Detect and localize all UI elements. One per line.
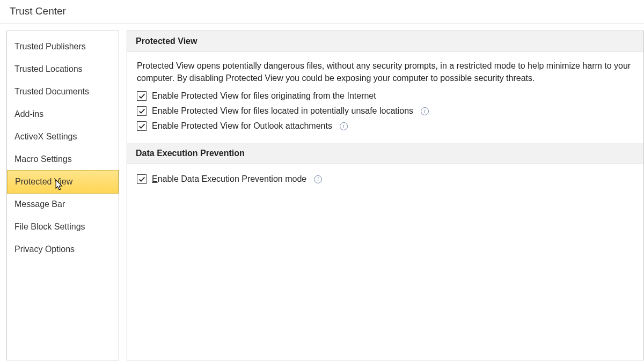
option-dep-enable: Enable Data Execution Prevention mode i [137, 172, 634, 187]
sidebar-item-trusted-publishers[interactable]: Trusted Publishers [7, 35, 119, 58]
option-label-rest: nable Data Execution Prevention mode [158, 174, 307, 183]
option-label: Enable Protected View for Outlook attach… [152, 121, 332, 131]
sidebar-item-macro-settings[interactable]: Macro Settings [7, 148, 119, 171]
checkbox-pv-internet[interactable] [137, 91, 147, 101]
info-icon[interactable]: i [314, 175, 322, 183]
sidebar-item-trusted-locations[interactable]: Trusted Locations [7, 58, 119, 80]
option-label: Enable Protected View for files originat… [152, 91, 376, 101]
sidebar-item-add-ins[interactable]: Add-ins [7, 103, 119, 125]
sidebar-item-protected-view[interactable]: Protected View [7, 170, 119, 194]
checkbox-pv-outlook[interactable] [137, 121, 147, 131]
window-title: Trust Center [0, 0, 644, 24]
option-label: Enable Protected View for files located … [152, 106, 413, 116]
section-body-protected-view: Protected View opens potentially dangero… [127, 52, 643, 143]
sidebar-item-privacy-options[interactable]: Privacy Options [7, 238, 119, 261]
info-icon[interactable]: i [340, 122, 348, 130]
protected-view-description: Protected View opens potentially dangero… [137, 60, 634, 84]
main-panel: Protected View Protected View opens pote… [127, 31, 644, 360]
accelerator: E [152, 174, 158, 183]
option-label: Enable Data Execution Prevention mode [152, 174, 306, 184]
sidebar-item-activex-settings[interactable]: ActiveX Settings [7, 125, 119, 148]
section-header-protected-view: Protected View [127, 31, 643, 52]
checkbox-pv-unsafe-locations[interactable] [137, 106, 147, 116]
sidebar-item-message-bar[interactable]: Message Bar [7, 193, 119, 216]
checkbox-dep-enable[interactable] [137, 174, 147, 184]
option-pv-outlook: Enable Protected View for Outlook attach… [137, 119, 634, 134]
check-icon [138, 176, 145, 183]
option-pv-internet: Enable Protected View for files originat… [137, 88, 634, 104]
section-body-dep: Enable Data Execution Prevention mode i [127, 164, 643, 196]
check-icon [138, 93, 145, 100]
check-icon [138, 123, 145, 130]
sidebar-item-label: Protected View [15, 177, 72, 186]
sidebar-item-trusted-documents[interactable]: Trusted Documents [7, 80, 119, 103]
check-icon [138, 108, 145, 115]
info-icon[interactable]: i [421, 107, 429, 115]
sidebar: Trusted Publishers Trusted Locations Tru… [6, 31, 119, 360]
section-header-dep: Data Execution Prevention [127, 143, 643, 164]
sidebar-item-file-block-settings[interactable]: File Block Settings [7, 216, 119, 238]
content-area: Trusted Publishers Trusted Locations Tru… [0, 24, 644, 360]
option-pv-unsafe-locations: Enable Protected View for files located … [137, 104, 634, 119]
